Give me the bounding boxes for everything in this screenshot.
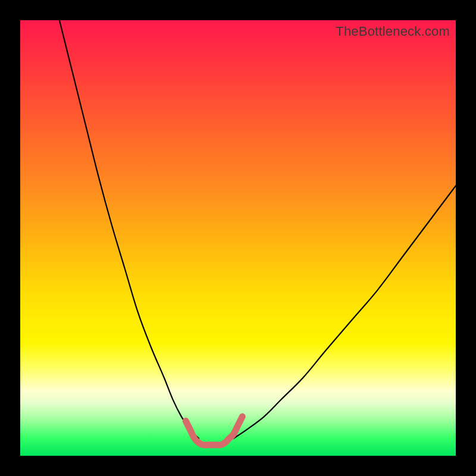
curve-right (234, 186, 456, 439)
plot-area: TheBottleneck.com (20, 20, 456, 456)
outer-frame: TheBottleneck.com (0, 0, 476, 476)
curve-left (60, 20, 199, 439)
optimal-marker (186, 416, 242, 445)
curve-layer (20, 20, 456, 456)
